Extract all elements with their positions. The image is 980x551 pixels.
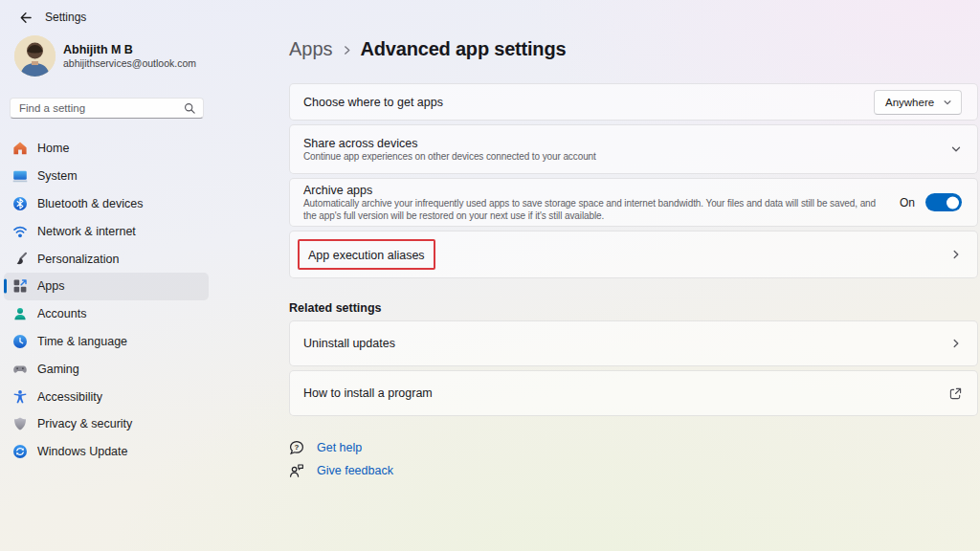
chevron-right-icon[interactable] [950, 249, 962, 260]
sidebar-item-label: Privacy & security [37, 417, 132, 430]
toggle-state-label: On [900, 196, 915, 209]
sidebar-item-label: Personalization [37, 253, 119, 266]
profile-email: abhijithservices@outlook.com [63, 57, 196, 70]
breadcrumb-apps-link[interactable]: Apps [289, 38, 333, 60]
setting-row-share-across-devices[interactable]: Share across devices Continue app experi… [289, 124, 978, 174]
setting-row-choose-where-to-get-apps: Choose where to get apps Anywhere [289, 83, 978, 121]
system-icon [12, 168, 28, 184]
setting-title: Share across devices [303, 136, 950, 151]
titlebar: Settings [17, 8, 86, 27]
give-feedback-icon [289, 463, 304, 478]
sidebar-item-label: Network & internet [37, 225, 136, 238]
chevron-right-icon[interactable] [950, 338, 962, 349]
setting-title: Uninstall updates [303, 336, 950, 351]
sidebar-item-label: Accounts [37, 307, 86, 320]
archive-apps-toggle[interactable] [925, 193, 962, 211]
app-source-dropdown[interactable]: Anywhere [874, 90, 962, 115]
sidebar-item-label: Apps [37, 279, 65, 293]
setting-row-app-execution-aliases[interactable]: App execution aliases [289, 231, 978, 278]
windows-update-icon [12, 444, 28, 459]
network-icon [12, 224, 28, 239]
privacy-security-icon [12, 416, 28, 431]
app-title: Settings [45, 11, 86, 24]
home-icon [12, 141, 28, 156]
settings-window: Settings Abhijith M B abhijithservices@o… [0, 0, 980, 551]
sidebar-item-label: Gaming [37, 363, 79, 376]
sidebar-item-privacy-security[interactable]: Privacy & security [4, 410, 209, 438]
sidebar-item-label: Bluetooth & devices [37, 197, 144, 210]
main-content: Apps Advanced app settings Choose where … [289, 0, 978, 551]
back-button[interactable] [17, 10, 33, 25]
chevron-right-icon [342, 45, 352, 55]
highlight-red-box: App execution aliases [298, 239, 435, 270]
gaming-icon [12, 362, 28, 377]
footer-links: ? Get help Give feedback [289, 438, 393, 480]
svg-text:?: ? [295, 443, 300, 452]
page-title: Advanced app settings [361, 38, 567, 60]
related-settings-heading: Related settings [289, 301, 382, 315]
search-icon [184, 102, 196, 115]
toggle-knob [947, 196, 959, 209]
setting-title: How to install a program [303, 386, 949, 401]
sidebar-item-network-internet[interactable]: Network & internet [4, 217, 209, 245]
chevron-down-icon [943, 98, 952, 107]
chevron-down-icon[interactable] [950, 143, 962, 155]
sidebar-item-home[interactable]: Home [4, 135, 209, 163]
dropdown-selected-value: Anywhere [885, 97, 934, 108]
setting-row-uninstall-updates[interactable]: Uninstall updates [289, 320, 978, 366]
give-feedback-label: Give feedback [317, 464, 393, 477]
setting-subtitle: Automatically archive your infrequently … [303, 198, 886, 222]
search-input[interactable] [19, 102, 184, 114]
sidebar-item-label: Accessibility [37, 390, 102, 404]
sidebar-item-time-language[interactable]: Time & language [4, 328, 209, 356]
accounts-icon [12, 306, 28, 321]
user-profile[interactable]: Abhijith M B abhijithservices@outlook.co… [14, 35, 196, 77]
sidebar-item-accessibility[interactable]: Accessibility [4, 383, 209, 410]
sidebar-item-personalization[interactable]: Personalization [4, 245, 209, 273]
sidebar-item-apps[interactable]: Apps [4, 273, 209, 300]
setting-row-archive-apps: Archive apps Automatically archive your … [289, 178, 978, 227]
get-help-label: Get help [317, 441, 362, 454]
back-arrow-icon [18, 11, 33, 25]
setting-title: Archive apps [303, 183, 886, 198]
sidebar-item-label: Time & language [37, 335, 127, 348]
sidebar-item-label: System [37, 169, 78, 183]
profile-text: Abhijith M B abhijithservices@outlook.co… [63, 43, 196, 70]
sidebar-nav: Home System Bluetooth & devices Network … [0, 135, 212, 466]
sidebar-item-gaming[interactable]: Gaming [4, 355, 209, 383]
breadcrumb: Apps Advanced app settings [289, 38, 566, 60]
time-language-icon [12, 334, 28, 349]
sidebar-item-accounts[interactable]: Accounts [4, 300, 209, 328]
sidebar-item-label: Home [37, 142, 69, 155]
sidebar-item-windows-update[interactable]: Windows Update [4, 438, 209, 466]
bluetooth-icon [12, 196, 28, 211]
apps-icon [12, 278, 28, 294]
sidebar-item-system[interactable]: System [4, 163, 209, 190]
give-feedback-link[interactable]: Give feedback [289, 461, 393, 480]
sidebar-item-label: Windows Update [37, 445, 128, 458]
accessibility-icon [12, 389, 28, 405]
get-help-icon: ? [289, 440, 304, 455]
search-box[interactable] [10, 98, 204, 119]
selected-indicator [4, 279, 7, 294]
profile-name: Abhijith M B [63, 43, 196, 57]
setting-subtitle: Continue app experiences on other device… [303, 151, 950, 164]
avatar [14, 35, 56, 77]
external-link-icon[interactable] [949, 387, 962, 400]
sidebar-item-bluetooth-devices[interactable]: Bluetooth & devices [4, 190, 209, 218]
setting-title: App execution aliases [308, 249, 425, 262]
get-help-link[interactable]: ? Get help [289, 438, 393, 457]
setting-title: Choose where to get apps [303, 95, 874, 110]
personalization-icon [12, 252, 28, 267]
setting-row-how-to-install-a-program[interactable]: How to install a program [289, 370, 978, 416]
